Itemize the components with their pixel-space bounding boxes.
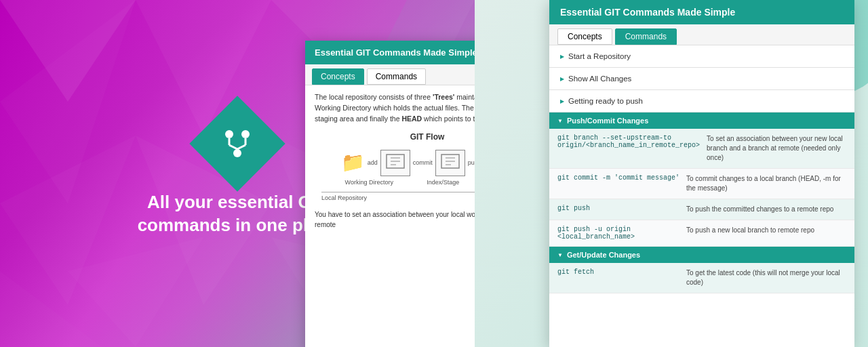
flow-diagram: GIT Flow 📁 add commit: [315, 131, 475, 203]
folder-icon: 📁: [341, 148, 365, 177]
head-box: [435, 150, 465, 176]
tab-commands-middle[interactable]: Commands: [367, 68, 426, 85]
tab-commands-right[interactable]: Commands: [615, 28, 677, 45]
commands-panel-push: git branch --set-upstream-toorigin/<bran…: [549, 129, 854, 247]
left-section: All your essential GIT commands in one p…: [0, 0, 475, 347]
right-card-title: Essential GIT Commands Made Simple: [549, 0, 854, 24]
command-row-3: git push To push the committed changes t…: [549, 199, 854, 220]
accordion-show-changes[interactable]: Show All Changes: [549, 68, 854, 90]
command-code-3: git push: [557, 205, 679, 212]
svg-point-14: [241, 130, 250, 138]
command-desc-fetch: To get the latest code (this will not me…: [686, 268, 846, 287]
middle-card-title: Essential GIT Commands Made Simple: [305, 41, 475, 64]
accordion-start-header[interactable]: Start a Repository: [549, 45, 854, 67]
commands-panel-get: git fetch To get the latest code (this w…: [549, 263, 854, 293]
right-card: Essential GIT Commands Made Simple Conce…: [549, 0, 854, 347]
middle-card-body: The local repository consists of three '…: [305, 85, 475, 237]
push-label: push: [468, 159, 475, 168]
index-box: [380, 150, 410, 176]
add-label: add: [368, 159, 378, 168]
accordion-start-repo[interactable]: Start a Repository: [549, 45, 854, 68]
command-row-2: git commit -m 'commit message' To commit…: [549, 169, 854, 199]
svg-line-19: [237, 145, 245, 149]
flow-title: GIT Flow: [315, 131, 475, 143]
command-row-1: git branch --set-upstream-toorigin/<bran…: [549, 129, 854, 169]
middle-card: Essential GIT Commands Made Simple Conce…: [305, 41, 475, 347]
local-repo-label: Local Repository: [321, 194, 367, 203]
command-code-4: git push -u origin<local_branch_name>: [557, 226, 679, 241]
bottom-text: You have to set an association between y…: [315, 209, 475, 230]
command-row-4: git push -u origin<local_branch_name> To…: [549, 220, 854, 247]
svg-line-17: [229, 145, 237, 149]
accordion-show-header[interactable]: Show All Changes: [549, 68, 854, 89]
accordion-getting-ready[interactable]: Getting ready to push: [549, 90, 854, 113]
repo-labels: Local Repository Remote Repository: [315, 194, 475, 203]
right-section: Essential GIT Commands Made Simple Conce…: [475, 0, 868, 347]
tab-concepts-right[interactable]: Concepts: [557, 28, 612, 45]
middle-card-tabs: Concepts Commands: [305, 64, 475, 85]
commit-label: commit: [413, 159, 433, 168]
command-desc-1: To set an association between your new l…: [707, 134, 846, 163]
svg-point-15: [233, 149, 241, 157]
command-code-fetch: git fetch: [557, 268, 679, 276]
command-desc-3: To push the committed changes to a remot…: [686, 205, 833, 214]
command-code-2: git commit -m 'commit message': [557, 174, 679, 182]
command-desc-2: To commit changes to a local branch (HEA…: [686, 174, 846, 193]
command-row-fetch: git fetch To get the latest code (this w…: [549, 263, 854, 293]
flow-visual: 📁 add commit: [315, 148, 475, 177]
index-stage-label: Index/Stage: [427, 178, 459, 188]
tab-concepts-middle[interactable]: Concepts: [312, 68, 364, 85]
svg-point-13: [225, 130, 233, 138]
accordion-getting-header[interactable]: Getting ready to push: [549, 90, 854, 112]
section-push-commit[interactable]: Push/Commit Changes: [549, 113, 854, 129]
command-desc-4: To push a new local branch to remote rep…: [686, 226, 814, 235]
section-get-update[interactable]: Get/Update Changes: [549, 247, 854, 263]
working-dir-label: Working Directory: [345, 178, 393, 188]
git-logo: [189, 96, 285, 191]
right-card-tabs: Concepts Commands: [549, 24, 854, 45]
command-code-1: git branch --set-upstream-toorigin/<bran…: [557, 134, 700, 149]
